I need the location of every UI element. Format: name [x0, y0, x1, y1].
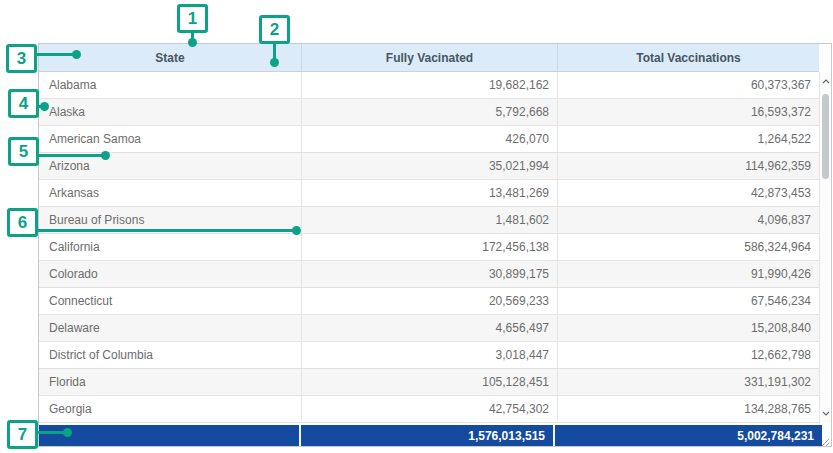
cell-total-vaccinations: 60,373,367	[557, 72, 819, 98]
table-row: Alaska 5,792,668 16,593,372	[39, 99, 819, 126]
callout-5-dot	[101, 151, 110, 160]
cell-total-vaccinations: 15,208,840	[557, 315, 819, 341]
cell-state: Alaska	[39, 99, 301, 125]
table-row: Arkansas 13,481,269 42,873,453	[39, 180, 819, 207]
cell-total-vaccinations: 4,096,837	[557, 207, 819, 233]
total-cell-total-vaccinations: 5,002,784,231	[553, 425, 822, 446]
callout-7-box: 7	[7, 420, 38, 449]
cell-total-vaccinations: 586,324,964	[557, 234, 819, 260]
cell-total-vaccinations: 134,288,765	[557, 396, 819, 422]
cell-state: Delaware	[39, 315, 301, 341]
scroll-up-icon[interactable]	[820, 75, 831, 87]
cell-total-vaccinations: 91,990,426	[557, 261, 819, 287]
callout-5-box: 5	[8, 137, 39, 166]
callout-3-dot	[72, 50, 81, 59]
callout-4-box: 4	[8, 89, 39, 118]
cell-fully-vaccinated: 42,754,302	[301, 396, 557, 422]
cell-state: Florida	[39, 369, 301, 395]
callout-2-box: 2	[259, 15, 290, 44]
resize-grip-icon[interactable]	[819, 433, 830, 444]
callout-5-line	[38, 154, 103, 157]
callout-6-box: 6	[7, 208, 38, 237]
cell-total-vaccinations: 67,546,234	[557, 288, 819, 314]
cell-state: Arkansas	[39, 180, 301, 206]
column-header-fully-vaccinated[interactable]: Fully Vacinated	[301, 44, 557, 71]
callout-6-dot	[292, 226, 301, 235]
cell-fully-vaccinated: 1,481,602	[301, 207, 557, 233]
callout-3-line	[36, 53, 76, 56]
callout-7-line	[38, 431, 66, 434]
table-header-row: State Fully Vacinated Total Vaccinations	[39, 44, 819, 72]
callout-4-dot	[40, 102, 49, 111]
scrollbar-thumb[interactable]	[822, 94, 829, 179]
callout-7-dot	[63, 428, 72, 437]
callout-1-box: 1	[177, 4, 208, 33]
cell-fully-vaccinated: 19,682,162	[301, 72, 557, 98]
table-row: Arizona 35,021,994 114,962,359	[39, 153, 819, 180]
cell-fully-vaccinated: 35,021,994	[301, 153, 557, 179]
cell-fully-vaccinated: 426,070	[301, 126, 557, 152]
cell-state: Colorado	[39, 261, 301, 287]
cell-state: Georgia	[39, 396, 301, 422]
cell-total-vaccinations: 1,264,522	[557, 126, 819, 152]
cell-fully-vaccinated: 5,792,668	[301, 99, 557, 125]
table-body: Alabama 19,682,162 60,373,367 Alaska 5,7…	[39, 72, 819, 423]
vaccination-table: State Fully Vacinated Total Vaccinations…	[38, 43, 832, 447]
callout-2-dot	[270, 58, 279, 67]
cell-total-vaccinations: 16,593,372	[557, 99, 819, 125]
table-row: Georgia 42,754,302 134,288,765	[39, 396, 819, 423]
total-cell-fully-vaccinated: 1,576,013,515	[299, 425, 553, 446]
table-row: California 172,456,138 586,324,964	[39, 234, 819, 261]
cell-state: Alabama	[39, 72, 301, 98]
table-row: Florida 105,128,451 331,191,302	[39, 369, 819, 396]
cell-total-vaccinations: 114,962,359	[557, 153, 819, 179]
cell-state: California	[39, 234, 301, 260]
table-row: Connecticut 20,569,233 67,546,234	[39, 288, 819, 315]
cell-fully-vaccinated: 20,569,233	[301, 288, 557, 314]
annotated-table-screenshot: State Fully Vacinated Total Vaccinations…	[0, 0, 833, 453]
cell-fully-vaccinated: 105,128,451	[301, 369, 557, 395]
column-header-total-vaccinations[interactable]: Total Vaccinations	[557, 44, 819, 71]
vertical-scrollbar[interactable]	[819, 72, 831, 423]
table-row: District of Columbia 3,018,447 12,662,79…	[39, 342, 819, 369]
table-row: Colorado 30,899,175 91,990,426	[39, 261, 819, 288]
cell-fully-vaccinated: 13,481,269	[301, 180, 557, 206]
cell-fully-vaccinated: 4,656,497	[301, 315, 557, 341]
callout-1-dot	[188, 38, 197, 47]
scroll-down-icon[interactable]	[820, 407, 831, 419]
cell-state: Connecticut	[39, 288, 301, 314]
table-row: American Samoa 426,070 1,264,522	[39, 126, 819, 153]
callout-3-box: 3	[6, 44, 37, 73]
table-row: Alabama 19,682,162 60,373,367	[39, 72, 819, 99]
cell-total-vaccinations: 331,191,302	[557, 369, 819, 395]
total-cell-state	[39, 425, 299, 446]
cell-state: American Samoa	[39, 126, 301, 152]
cell-state: District of Columbia	[39, 342, 301, 368]
cell-total-vaccinations: 42,873,453	[557, 180, 819, 206]
table-row: Delaware 4,656,497 15,208,840	[39, 315, 819, 342]
cell-fully-vaccinated: 172,456,138	[301, 234, 557, 260]
cell-total-vaccinations: 12,662,798	[557, 342, 819, 368]
callout-6-line	[37, 229, 294, 232]
summary-total-row: 1,576,013,515 5,002,784,231	[39, 423, 822, 446]
cell-fully-vaccinated: 3,018,447	[301, 342, 557, 368]
cell-fully-vaccinated: 30,899,175	[301, 261, 557, 287]
